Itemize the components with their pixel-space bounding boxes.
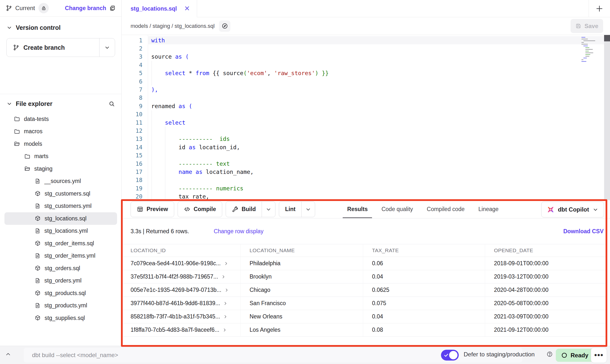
cell-value: 2021-09-12T00:00:00 bbox=[494, 327, 548, 333]
indent-guide bbox=[165, 192, 165, 200]
editor-scrollbar[interactable] bbox=[604, 35, 610, 200]
code-line-20[interactable]: 20 tax_rate, bbox=[122, 192, 610, 200]
compile-button[interactable]: Compile bbox=[178, 201, 222, 217]
column-header-opened_date[interactable]: OPENED_DATE bbox=[485, 244, 607, 257]
table-row[interactable]: 37e5f311-b7f4-4f2f-988b-719657...Brookly… bbox=[122, 270, 607, 283]
file-tree-item--sources-yml[interactable]: __sources.yml bbox=[4, 175, 117, 188]
build-button[interactable]: Build bbox=[226, 201, 276, 217]
row-expand-icon[interactable] bbox=[223, 314, 228, 319]
tab-lineage[interactable]: Lineage bbox=[472, 200, 506, 218]
save-button[interactable]: Save bbox=[571, 19, 603, 33]
file-tree-item-stg-supplies-sql[interactable]: stg_supplies.sql bbox=[4, 312, 117, 324]
code-line-14[interactable]: 14 id as location_id, bbox=[122, 143, 610, 151]
button-label: Compile bbox=[194, 206, 216, 213]
more-options-button[interactable]: ••• bbox=[591, 347, 607, 363]
code-line-17[interactable]: 17 name as location_name, bbox=[122, 168, 610, 176]
lineage-compass-button[interactable] bbox=[219, 20, 230, 32]
copy-icon[interactable] bbox=[109, 5, 116, 11]
code-line-11[interactable]: 11 select bbox=[122, 118, 610, 127]
file-tree-item-stg-customers-sql[interactable]: stg_customers.sql bbox=[4, 187, 117, 200]
table-row[interactable]: 005e7e1c-1935-4269-b479-0713b...Chicago0… bbox=[122, 283, 607, 297]
build-button-main[interactable]: Build bbox=[226, 202, 262, 217]
search-icon[interactable] bbox=[108, 100, 115, 107]
table-row[interactable]: 7c079cea-5ed4-4101-906e-9198c...Philadel… bbox=[122, 257, 607, 270]
lint-button[interactable]: Lint bbox=[279, 201, 315, 217]
code-line-1[interactable]: 1with bbox=[122, 36, 610, 44]
tab-code-quality[interactable]: Code quality bbox=[374, 200, 420, 218]
column-header-location_name[interactable]: LOCATION_NAME bbox=[241, 244, 363, 257]
help-icon[interactable] bbox=[546, 351, 553, 357]
code-line-6[interactable]: 6 bbox=[122, 77, 610, 85]
chevron-up-icon[interactable] bbox=[5, 351, 11, 357]
file-tree-item-stg-order-items-yml[interactable]: stg_order_items.yml bbox=[4, 250, 117, 262]
row-expand-icon[interactable] bbox=[224, 261, 229, 266]
file-tree-item-marts[interactable]: marts bbox=[4, 150, 117, 163]
code-line-10[interactable]: 10 bbox=[122, 110, 610, 118]
create-branch-dropdown[interactable] bbox=[99, 38, 115, 57]
file-tree-item-models[interactable]: models bbox=[4, 138, 117, 150]
code-line-9[interactable]: 9renamed as ( bbox=[122, 102, 610, 110]
token: location_name, bbox=[203, 169, 254, 175]
file-tree-item-stg-orders-sql[interactable]: stg_orders.sql bbox=[4, 262, 117, 275]
lint-dropdown[interactable] bbox=[301, 202, 315, 217]
close-icon[interactable]: ✕ bbox=[184, 5, 190, 12]
code-line-18[interactable]: 18 bbox=[122, 176, 610, 184]
dbt-copilot-button[interactable]: dbt Copilot bbox=[541, 202, 604, 217]
tab-stg-locations[interactable]: stg_locations.sql ✕ bbox=[122, 0, 197, 17]
code-line-8[interactable]: 8 bbox=[122, 94, 610, 102]
code-line-19[interactable]: 19 ---------- numerics bbox=[122, 184, 610, 192]
code-line-2[interactable]: 2 bbox=[122, 44, 610, 52]
defer-toggle[interactable] bbox=[441, 350, 459, 361]
file-explorer-header[interactable]: File explorer bbox=[0, 96, 121, 111]
build-dropdown[interactable] bbox=[262, 202, 275, 217]
token: ( bbox=[243, 70, 247, 76]
file-tree-item-stg-products-sql[interactable]: stg_products.sql bbox=[4, 287, 117, 299]
file-tree-item-stg-customers-yml[interactable]: stg_customers.yml bbox=[4, 200, 117, 213]
code-line-5[interactable]: 5 select * from {{ source('ecom', 'raw_s… bbox=[122, 69, 610, 77]
indent-guide bbox=[165, 160, 165, 168]
column-header-tax_rate[interactable]: TAX_RATE bbox=[363, 244, 485, 257]
row-expand-icon[interactable] bbox=[222, 328, 227, 332]
row-expand-icon[interactable] bbox=[221, 274, 226, 279]
table-row[interactable]: 3977f440-b87d-461b-9dd6-81839...San Fran… bbox=[122, 297, 607, 310]
lint-button-main[interactable]: Lint bbox=[279, 202, 301, 217]
file-tree-item-stg-orders-yml[interactable]: stg_orders.yml bbox=[4, 275, 117, 287]
row-expand-icon[interactable] bbox=[223, 301, 228, 306]
tab-results[interactable]: Results bbox=[340, 200, 374, 218]
file-tree-item-staging[interactable]: staging bbox=[4, 163, 117, 175]
code-line-7[interactable]: 7), bbox=[122, 85, 610, 94]
file-tree-item-stg-order-items-sql[interactable]: stg_order_items.sql bbox=[4, 237, 117, 250]
change-branch-link[interactable]: Change branch bbox=[65, 5, 106, 12]
preview-button-main[interactable]: Preview bbox=[131, 202, 174, 217]
file-tree-item-stg-products-yml[interactable]: stg_products.yml bbox=[4, 299, 117, 312]
code-line-15[interactable]: 15 bbox=[122, 151, 610, 159]
new-tab-button[interactable] bbox=[589, 0, 610, 17]
code-editor[interactable]: 1with23source as (45 select * from {{ so… bbox=[122, 35, 610, 200]
create-branch-main[interactable]: Create branch bbox=[7, 38, 99, 57]
token: id bbox=[151, 144, 189, 150]
code-line-3[interactable]: 3source as ( bbox=[122, 53, 610, 61]
code-line-16[interactable]: 16 ---------- text bbox=[122, 160, 610, 168]
ready-status-button[interactable]: Ready bbox=[556, 349, 594, 362]
preview-button[interactable]: Preview bbox=[131, 201, 174, 217]
file-tree-item-macros[interactable]: macros bbox=[4, 125, 117, 138]
version-control-header[interactable]: Version control bbox=[0, 20, 121, 35]
table-cell: 0.08 bbox=[363, 323, 485, 336]
file-tree-item-stg-locations-yml[interactable]: stg_locations.yml bbox=[4, 225, 117, 237]
tab-compiled-code[interactable]: Compiled code bbox=[420, 200, 471, 218]
file-tree-item-data-tests[interactable]: data-tests bbox=[4, 113, 117, 125]
table-row[interactable]: 1f8ffa70-7cb5-4d83-8a7f-9aceef6...Los An… bbox=[122, 323, 607, 337]
table-row[interactable]: 858218fb-73f7-4b1b-a31f-57b345...New Orl… bbox=[122, 310, 607, 323]
indent-guide bbox=[152, 143, 152, 151]
download-csv-link[interactable]: Download CSV bbox=[563, 228, 604, 235]
code-line-12[interactable]: 12 bbox=[122, 127, 610, 135]
change-row-display-link[interactable]: Change row display bbox=[214, 228, 263, 235]
scrollbar-thumb[interactable] bbox=[604, 35, 610, 41]
code-line-4[interactable]: 4 bbox=[122, 61, 610, 69]
column-header-location_id[interactable]: LOCATION_ID bbox=[122, 244, 241, 257]
row-expand-icon[interactable] bbox=[224, 288, 229, 293]
compile-button-main[interactable]: Compile bbox=[178, 202, 222, 217]
code-line-13[interactable]: 13 ---------- ids bbox=[122, 135, 610, 143]
line-number: 3 bbox=[122, 53, 148, 60]
file-tree-item-stg-locations-sql[interactable]: stg_locations.sql bbox=[4, 212, 117, 225]
